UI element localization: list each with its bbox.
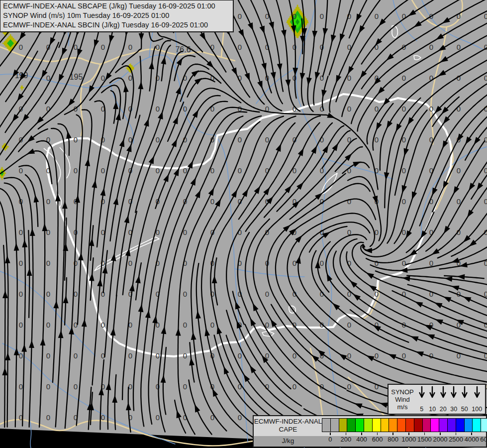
svg-text:0: 0 [375, 105, 379, 113]
svg-text:0: 0 [101, 166, 105, 175]
cape-color-cell [430, 418, 439, 432]
title-line-wind: SYNOP Wind (m/s) 10m Tuesday 16-09-2025 … [3, 11, 230, 20]
svg-text:0: 0 [74, 351, 78, 360]
svg-text:0: 0 [429, 351, 433, 360]
svg-text:0: 0 [183, 321, 187, 329]
cape-tick-label: 200 [341, 436, 352, 443]
cape-color-cell [372, 418, 381, 432]
svg-text:0: 0 [156, 166, 160, 175]
cape-color-cell [414, 418, 423, 432]
svg-text:0: 0 [457, 166, 461, 175]
cape-tick-mark [392, 433, 393, 435]
svg-text:0: 0 [19, 228, 23, 236]
svg-text:0: 0 [19, 259, 23, 267]
synop-speed-scale: 510203050100 [416, 385, 485, 414]
svg-text:0: 0 [101, 413, 105, 422]
synop-speed-label: 10 [429, 406, 436, 413]
svg-text:0: 0 [402, 166, 406, 175]
svg-text:0: 0 [238, 43, 242, 51]
svg-text:0: 0 [101, 321, 105, 329]
down-arrow-icon [440, 386, 447, 400]
svg-text:0: 0 [484, 166, 487, 175]
svg-text:0: 0 [156, 351, 160, 360]
svg-text:0: 0 [46, 228, 50, 236]
synop-speed-item: 100 [472, 386, 482, 413]
cape-legend-param: CAPE [254, 426, 322, 434]
svg-text:0: 0 [19, 321, 23, 329]
svg-text:0: 0 [375, 259, 379, 267]
cape-legend-label: ECMWF-INDEX-ANAL CAPE [254, 418, 322, 434]
svg-text:0: 0 [238, 351, 242, 360]
synop-speed-label: 30 [450, 406, 457, 413]
cape-color-cell [355, 418, 364, 432]
svg-text:0: 0 [128, 351, 132, 360]
svg-text:0: 0 [238, 166, 242, 175]
cape-tick-mark [456, 433, 457, 435]
down-arrow-icon [429, 386, 436, 400]
synop-speed-label: 20 [440, 406, 447, 413]
cape-tick-mark [440, 433, 441, 435]
svg-text:0: 0 [484, 43, 487, 51]
down-arrow-icon [474, 386, 481, 400]
svg-text:0: 0 [183, 166, 187, 175]
cape-colorbar-ticks: 0200400600800100015002000250040006000 [322, 433, 487, 446]
cape-tick-label: 1500 [417, 436, 432, 443]
svg-text:0: 0 [375, 12, 379, 20]
cape-tick-mark [361, 433, 362, 435]
svg-text:0: 0 [402, 351, 406, 360]
svg-text:0: 0 [101, 43, 105, 51]
weather-map-screen: 0000000000000000000000000000000000000000… [0, 0, 487, 448]
cape-tick-label: 6000 [480, 436, 487, 443]
cape-colorbar [322, 418, 487, 431]
cape-tick-label: 800 [388, 436, 398, 443]
svg-text:0: 0 [46, 382, 50, 391]
cape-legend-units: J/kg [254, 437, 322, 445]
svg-text:0: 0 [402, 259, 406, 267]
cape-tick-label: 0 [328, 436, 332, 443]
svg-text:0: 0 [375, 351, 379, 360]
svg-text:0: 0 [74, 382, 78, 391]
synop-legend-title: SYNOP [391, 388, 414, 396]
svg-text:0: 0 [484, 321, 487, 329]
svg-text:0: 0 [238, 12, 242, 20]
svg-text:0: 0 [320, 259, 324, 267]
cape-tick-mark [377, 433, 378, 435]
svg-text:0: 0 [46, 259, 50, 267]
synop-speed-label: 50 [461, 406, 468, 413]
svg-text:0: 0 [429, 43, 433, 51]
synop-speed-item: 50 [461, 386, 468, 413]
cape-color-cell [322, 418, 331, 432]
svg-text:0: 0 [46, 351, 50, 360]
synop-speed-label: 100 [472, 406, 482, 413]
synop-speed-item: 5 [418, 386, 425, 413]
title-line-sbcin: ECMWF-INDEX-ANAL SBCIN (J/kg) Tuesday 16… [3, 20, 230, 30]
svg-text:0: 0 [484, 135, 487, 144]
cape-tick-label: 4000 [465, 436, 479, 443]
cape-color-cell [330, 418, 339, 432]
svg-text:0: 0 [128, 74, 132, 82]
svg-text:0: 0 [183, 351, 187, 360]
svg-text:0: 0 [210, 321, 214, 329]
down-arrow-icon [450, 386, 457, 400]
cape-color-cell [381, 418, 390, 432]
svg-text:0: 0 [156, 413, 160, 422]
svg-text:0: 0 [265, 290, 269, 298]
map-canvas: 0000000000000000000000000000000000000000… [0, 0, 487, 448]
cape-tick-mark [471, 433, 472, 435]
title-box: ECMWF-INDEX-ANAL SBCAPE (J/kg) Tuesday 1… [0, 0, 234, 32]
cape-color-cell [481, 418, 487, 432]
synop-speed-item: 10 [429, 386, 436, 413]
synop-speed-item: 30 [450, 386, 457, 413]
svg-text:0: 0 [74, 290, 78, 298]
cape-color-cell [389, 418, 397, 432]
svg-text:0: 0 [19, 290, 23, 298]
cape-color-cell [397, 418, 406, 432]
cape-color-cell [405, 418, 414, 432]
svg-text:0: 0 [402, 105, 406, 113]
svg-text:0: 0 [292, 259, 296, 267]
svg-text:0: 0 [156, 382, 160, 391]
svg-text:0: 0 [128, 259, 132, 267]
cape-tick-label: 600 [372, 436, 383, 443]
synop-wind-legend: SYNOP Wind m/s 510203050100 [388, 384, 486, 415]
svg-text:0: 0 [19, 351, 23, 360]
